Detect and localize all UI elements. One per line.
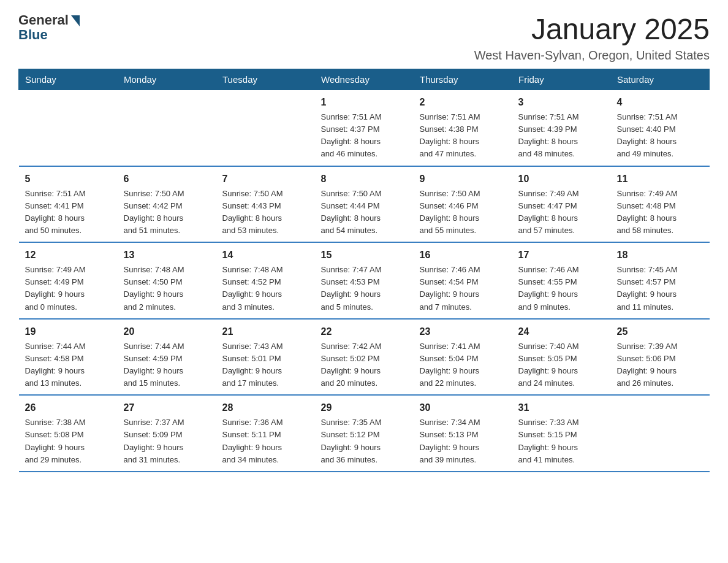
day-number: 2 — [420, 95, 506, 110]
day-info: Sunrise: 7:50 AM Sunset: 4:42 PM Dayligh… — [124, 188, 210, 237]
day-number: 23 — [420, 324, 506, 339]
day-number: 30 — [420, 400, 506, 415]
day-number: 16 — [420, 248, 506, 262]
day-info: Sunrise: 7:51 AM Sunset: 4:41 PM Dayligh… — [25, 188, 112, 237]
logo: General Blue — [18, 12, 80, 43]
day-number: 13 — [124, 248, 210, 262]
day-of-week-header: Wednesday — [315, 69, 414, 90]
day-info: Sunrise: 7:36 AM Sunset: 5:11 PM Dayligh… — [222, 416, 309, 466]
day-info: Sunrise: 7:44 AM Sunset: 4:58 PM Dayligh… — [25, 340, 112, 390]
day-number: 24 — [518, 324, 605, 339]
day-info: Sunrise: 7:49 AM Sunset: 4:48 PM Dayligh… — [617, 188, 703, 237]
day-of-week-header: Tuesday — [216, 69, 315, 90]
day-info: Sunrise: 7:51 AM Sunset: 4:40 PM Dayligh… — [617, 111, 703, 161]
calendar-cell: 29Sunrise: 7:35 AM Sunset: 5:12 PM Dayli… — [315, 395, 414, 472]
calendar-cell — [611, 395, 710, 472]
logo-arrow-icon — [71, 15, 80, 26]
day-number: 14 — [222, 248, 309, 262]
day-info: Sunrise: 7:46 AM Sunset: 4:54 PM Dayligh… — [420, 264, 506, 313]
day-number: 18 — [617, 248, 703, 262]
calendar-cell: 4Sunrise: 7:51 AM Sunset: 4:40 PM Daylig… — [611, 90, 710, 166]
day-info: Sunrise: 7:50 AM Sunset: 4:46 PM Dayligh… — [420, 188, 506, 237]
calendar-cell: 15Sunrise: 7:47 AM Sunset: 4:53 PM Dayli… — [315, 242, 414, 319]
day-number: 19 — [25, 324, 112, 339]
calendar-week-row: 1Sunrise: 7:51 AM Sunset: 4:37 PM Daylig… — [19, 90, 710, 166]
day-number: 26 — [25, 400, 112, 415]
calendar-week-row: 12Sunrise: 7:49 AM Sunset: 4:49 PM Dayli… — [19, 242, 710, 319]
calendar-cell: 25Sunrise: 7:39 AM Sunset: 5:06 PM Dayli… — [611, 319, 710, 396]
day-number: 6 — [124, 172, 210, 186]
calendar-cell: 28Sunrise: 7:36 AM Sunset: 5:11 PM Dayli… — [216, 395, 315, 472]
day-info: Sunrise: 7:35 AM Sunset: 5:12 PM Dayligh… — [321, 416, 408, 466]
calendar-cell: 23Sunrise: 7:41 AM Sunset: 5:04 PM Dayli… — [414, 319, 512, 396]
calendar-week-row: 5Sunrise: 7:51 AM Sunset: 4:41 PM Daylig… — [19, 166, 710, 243]
calendar-cell: 7Sunrise: 7:50 AM Sunset: 4:43 PM Daylig… — [216, 166, 315, 243]
day-info: Sunrise: 7:33 AM Sunset: 5:15 PM Dayligh… — [518, 416, 605, 466]
calendar-cell — [118, 90, 216, 166]
day-info: Sunrise: 7:39 AM Sunset: 5:06 PM Dayligh… — [617, 340, 703, 390]
calendar-cell: 26Sunrise: 7:38 AM Sunset: 5:08 PM Dayli… — [19, 395, 118, 472]
calendar-cell: 2Sunrise: 7:51 AM Sunset: 4:38 PM Daylig… — [414, 90, 512, 166]
page-header: General Blue January 2025 West Haven-Syl… — [18, 12, 710, 63]
calendar-cell: 18Sunrise: 7:45 AM Sunset: 4:57 PM Dayli… — [611, 242, 710, 319]
calendar-cell: 21Sunrise: 7:43 AM Sunset: 5:01 PM Dayli… — [216, 319, 315, 396]
day-info: Sunrise: 7:48 AM Sunset: 4:50 PM Dayligh… — [124, 264, 210, 313]
day-of-week-header: Thursday — [414, 69, 512, 90]
day-info: Sunrise: 7:47 AM Sunset: 4:53 PM Dayligh… — [321, 264, 408, 313]
day-info: Sunrise: 7:49 AM Sunset: 4:47 PM Dayligh… — [518, 188, 605, 237]
day-info: Sunrise: 7:46 AM Sunset: 4:55 PM Dayligh… — [518, 264, 605, 313]
month-title: January 2025 — [474, 12, 710, 46]
day-number: 17 — [518, 248, 605, 262]
day-number: 1 — [321, 95, 408, 110]
calendar-cell: 11Sunrise: 7:49 AM Sunset: 4:48 PM Dayli… — [611, 166, 710, 243]
day-number: 15 — [321, 248, 408, 262]
day-info: Sunrise: 7:50 AM Sunset: 4:43 PM Dayligh… — [222, 188, 309, 237]
calendar-cell: 13Sunrise: 7:48 AM Sunset: 4:50 PM Dayli… — [118, 242, 216, 319]
day-number: 5 — [25, 172, 112, 186]
day-number: 29 — [321, 400, 408, 415]
calendar-cell — [19, 90, 118, 166]
day-info: Sunrise: 7:51 AM Sunset: 4:37 PM Dayligh… — [321, 111, 408, 161]
day-number: 7 — [222, 172, 309, 186]
calendar-cell: 20Sunrise: 7:44 AM Sunset: 4:59 PM Dayli… — [118, 319, 216, 396]
day-number: 27 — [124, 400, 210, 415]
calendar-cell: 3Sunrise: 7:51 AM Sunset: 4:39 PM Daylig… — [512, 90, 611, 166]
day-info: Sunrise: 7:51 AM Sunset: 4:38 PM Dayligh… — [420, 111, 506, 161]
day-number: 12 — [25, 248, 112, 262]
calendar-cell: 27Sunrise: 7:37 AM Sunset: 5:09 PM Dayli… — [118, 395, 216, 472]
day-number: 21 — [222, 324, 309, 339]
day-info: Sunrise: 7:41 AM Sunset: 5:04 PM Dayligh… — [420, 340, 506, 390]
day-info: Sunrise: 7:48 AM Sunset: 4:52 PM Dayligh… — [222, 264, 309, 313]
day-info: Sunrise: 7:42 AM Sunset: 5:02 PM Dayligh… — [321, 340, 408, 390]
day-number: 11 — [617, 172, 703, 186]
calendar-cell: 5Sunrise: 7:51 AM Sunset: 4:41 PM Daylig… — [19, 166, 118, 243]
day-of-week-header: Friday — [512, 69, 611, 90]
day-of-week-header: Sunday — [19, 69, 118, 90]
day-number: 20 — [124, 324, 210, 339]
day-number: 28 — [222, 400, 309, 415]
calendar-cell: 24Sunrise: 7:40 AM Sunset: 5:05 PM Dayli… — [512, 319, 611, 396]
calendar-cell: 16Sunrise: 7:46 AM Sunset: 4:54 PM Dayli… — [414, 242, 512, 319]
day-number: 3 — [518, 95, 605, 110]
calendar-cell: 17Sunrise: 7:46 AM Sunset: 4:55 PM Dayli… — [512, 242, 611, 319]
day-number: 25 — [617, 324, 703, 339]
day-number: 4 — [617, 95, 703, 110]
day-info: Sunrise: 7:38 AM Sunset: 5:08 PM Dayligh… — [25, 416, 112, 466]
day-number: 31 — [518, 400, 605, 415]
logo-blue-text: Blue — [18, 27, 48, 43]
day-info: Sunrise: 7:51 AM Sunset: 4:39 PM Dayligh… — [518, 111, 605, 161]
calendar-cell: 31Sunrise: 7:33 AM Sunset: 5:15 PM Dayli… — [512, 395, 611, 472]
day-info: Sunrise: 7:37 AM Sunset: 5:09 PM Dayligh… — [124, 416, 210, 466]
calendar-week-row: 19Sunrise: 7:44 AM Sunset: 4:58 PM Dayli… — [19, 319, 710, 396]
day-info: Sunrise: 7:40 AM Sunset: 5:05 PM Dayligh… — [518, 340, 605, 390]
calendar-cell: 10Sunrise: 7:49 AM Sunset: 4:47 PM Dayli… — [512, 166, 611, 243]
calendar-cell: 6Sunrise: 7:50 AM Sunset: 4:42 PM Daylig… — [118, 166, 216, 243]
day-number: 10 — [518, 172, 605, 186]
calendar-cell — [216, 90, 315, 166]
day-number: 8 — [321, 172, 408, 186]
logo-general-text: General — [18, 12, 69, 28]
calendar-cell: 30Sunrise: 7:34 AM Sunset: 5:13 PM Dayli… — [414, 395, 512, 472]
day-info: Sunrise: 7:50 AM Sunset: 4:44 PM Dayligh… — [321, 188, 408, 237]
day-info: Sunrise: 7:34 AM Sunset: 5:13 PM Dayligh… — [420, 416, 506, 466]
calendar-cell: 22Sunrise: 7:42 AM Sunset: 5:02 PM Dayli… — [315, 319, 414, 396]
